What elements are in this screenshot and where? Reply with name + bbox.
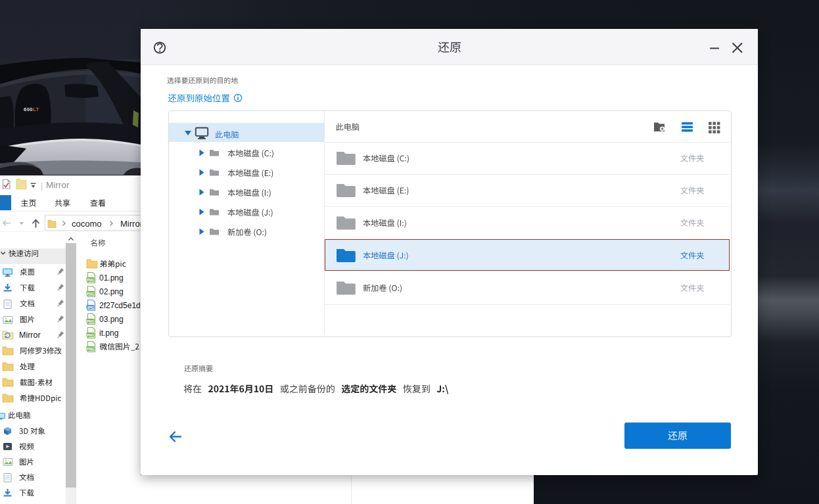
- svg-text:PNG: PNG: [87, 333, 94, 337]
- svg-text:PNG: PNG: [87, 292, 94, 296]
- svg-text:PNG: PNG: [87, 319, 94, 323]
- svg-text:PNG: PNG: [87, 278, 94, 282]
- svg-text:JPG: JPG: [87, 306, 93, 309]
- svg-text:PNG: PNG: [87, 347, 94, 351]
